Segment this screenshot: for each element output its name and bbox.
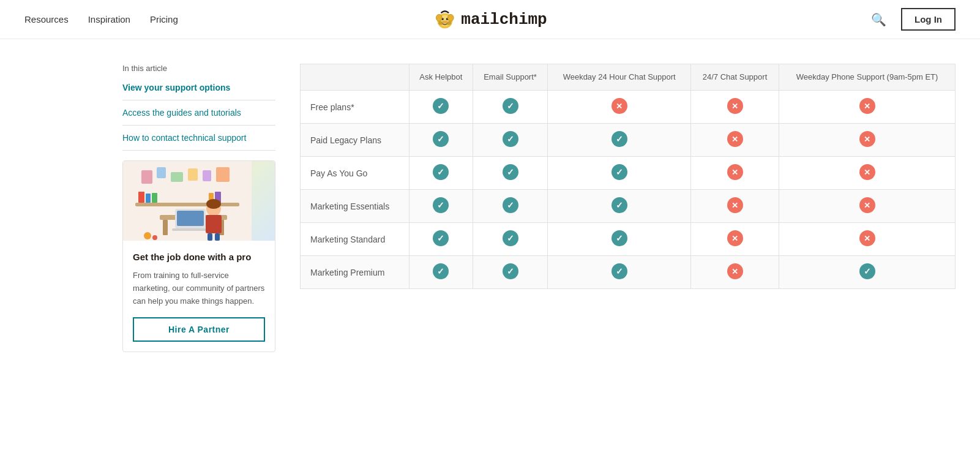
cell-phone <box>779 223 956 256</box>
main-content: In this article View your support option… <box>0 39 980 377</box>
cell-chat247 <box>690 157 779 190</box>
cell-weekday24 <box>548 157 691 190</box>
cross-icon <box>859 230 875 246</box>
check-icon <box>433 98 449 114</box>
table-row: Marketing Essentials <box>301 190 956 223</box>
cell-email <box>473 157 548 190</box>
check-icon <box>612 197 627 213</box>
table-header-row: Ask Helpbot Email Support* Weekday 24 Ho… <box>301 64 956 91</box>
cross-icon <box>859 98 875 114</box>
cross-icon <box>727 164 743 180</box>
cross-icon <box>859 131 875 147</box>
cell-phone <box>779 190 956 223</box>
svg-rect-28 <box>172 228 209 231</box>
cross-icon <box>859 164 875 180</box>
monkey-icon <box>433 8 456 31</box>
cell-email <box>473 190 548 223</box>
cell-chat247 <box>690 91 779 124</box>
sidebar: In this article View your support option… <box>122 64 275 352</box>
check-icon <box>503 131 518 147</box>
check-icon <box>859 263 875 279</box>
nav-resources[interactable]: Resources <box>24 14 69 24</box>
cross-icon <box>727 197 743 213</box>
cross-icon <box>727 131 743 147</box>
cell-helpbot <box>409 190 473 223</box>
plan-name-cell: Marketing Premium <box>301 256 410 289</box>
cross-icon <box>727 98 743 114</box>
cell-helpbot <box>409 223 473 256</box>
cell-phone <box>779 124 956 157</box>
svg-rect-11 <box>141 170 152 184</box>
table-row: Free plans* <box>301 91 956 124</box>
col-email: Email Support* <box>473 64 548 91</box>
cell-weekday24 <box>548 124 691 157</box>
svg-rect-14 <box>188 168 198 181</box>
col-weekday24: Weekday 24 Hour Chat Support <box>548 64 691 91</box>
table-area: Ask Helpbot Email Support* Weekday 24 Ho… <box>300 64 956 352</box>
cross-icon <box>612 98 627 114</box>
nav-inspiration[interactable]: Inspiration <box>88 14 130 24</box>
table-row: Marketing Standard <box>301 223 956 256</box>
nav-pricing[interactable]: Pricing <box>150 14 178 24</box>
sidebar-link-access-guides[interactable]: Access the guides and tutorials <box>122 108 275 126</box>
check-icon <box>433 164 449 180</box>
table-row: Marketing Premium <box>301 256 956 289</box>
cell-helpbot <box>409 91 473 124</box>
svg-point-7 <box>442 20 447 23</box>
search-button[interactable]: 🔍 <box>869 10 889 29</box>
cross-icon <box>727 263 743 279</box>
hire-partner-button[interactable]: Hire A Partner <box>133 317 265 342</box>
plan-name-cell: Marketing Essentials <box>301 190 410 223</box>
check-icon <box>612 263 627 279</box>
check-icon <box>433 263 449 279</box>
svg-point-3 <box>438 21 443 24</box>
cell-weekday24 <box>548 190 691 223</box>
promo-card: Get the job done with a pro From trainin… <box>122 160 275 352</box>
col-helpbot: Ask Helpbot <box>409 64 473 91</box>
cell-email <box>473 256 548 289</box>
header: Resources Inspiration Pricing mailchimp … <box>0 0 980 39</box>
check-icon <box>612 131 627 147</box>
svg-rect-32 <box>208 233 212 241</box>
login-button[interactable]: Log In <box>901 8 956 31</box>
svg-rect-27 <box>177 211 204 226</box>
main-nav: Resources Inspiration Pricing <box>24 14 178 24</box>
check-icon <box>503 230 518 246</box>
cell-weekday24 <box>548 256 691 289</box>
promo-illustration <box>123 161 252 241</box>
svg-point-9 <box>447 14 454 21</box>
cell-helpbot <box>409 256 473 289</box>
svg-point-35 <box>152 235 157 240</box>
check-icon <box>612 164 627 180</box>
plan-name-cell: Free plans* <box>301 91 410 124</box>
cell-phone <box>779 91 956 124</box>
cell-phone <box>779 157 956 190</box>
svg-rect-15 <box>203 170 211 181</box>
support-table: Ask Helpbot Email Support* Weekday 24 Ho… <box>300 64 956 289</box>
svg-rect-17 <box>135 203 239 206</box>
cell-helpbot <box>409 124 473 157</box>
cell-phone <box>779 256 956 289</box>
sidebar-link-contact-support[interactable]: How to contact technical support <box>122 133 275 151</box>
check-icon <box>503 164 518 180</box>
svg-point-4 <box>446 21 451 24</box>
svg-rect-13 <box>171 172 183 182</box>
site-logo[interactable]: mailchimp <box>433 8 547 31</box>
check-icon <box>433 131 449 147</box>
svg-rect-12 <box>157 167 166 178</box>
check-icon <box>433 197 449 213</box>
plan-name-cell: Pay As You Go <box>301 157 410 190</box>
promo-description: From training to full-service marketing,… <box>133 269 265 307</box>
cross-icon <box>859 197 875 213</box>
svg-rect-20 <box>152 193 157 203</box>
check-icon <box>433 230 449 246</box>
header-actions: 🔍 Log In <box>869 8 956 31</box>
svg-rect-18 <box>138 192 144 203</box>
svg-rect-30 <box>206 215 222 233</box>
cell-weekday24 <box>548 223 691 256</box>
logo-text: mailchimp <box>461 10 547 29</box>
check-icon <box>503 98 518 114</box>
sidebar-link-view-support[interactable]: View your support options <box>122 83 275 100</box>
cell-email <box>473 91 548 124</box>
search-icon: 🔍 <box>871 13 886 26</box>
